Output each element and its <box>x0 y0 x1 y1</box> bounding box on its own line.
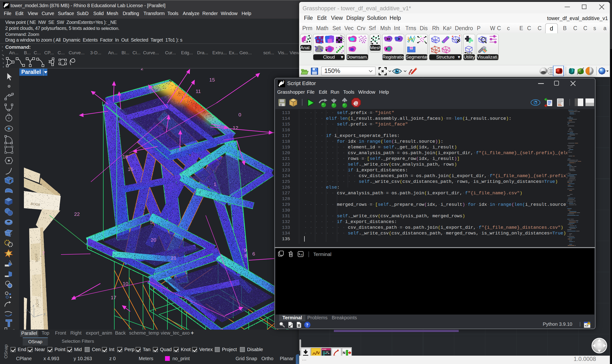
svg-text:<>: <> <box>585 324 588 328</box>
svg-text:21: 21 <box>171 255 176 260</box>
svg-text:Terminal: Terminal <box>313 252 332 257</box>
svg-text:z: z <box>32 303 34 308</box>
svg-text:?: ? <box>306 322 308 327</box>
svg-text:22: 22 <box>74 211 80 217</box>
svg-text:2: 2 <box>141 68 144 71</box>
svg-text:20: 20 <box>151 237 156 243</box>
svg-text:y: y <box>26 308 28 313</box>
svg-text:N: N <box>343 351 345 355</box>
svg-text:8: 8 <box>244 253 247 258</box>
svg-text:18: 18 <box>122 154 128 159</box>
svg-text:8: 8 <box>7 2 9 5</box>
svg-text:x: x <box>43 312 46 316</box>
svg-text:0: 0 <box>239 112 241 117</box>
svg-text:7: 7 <box>42 250 45 256</box>
svg-text:1: 1 <box>213 182 216 187</box>
svg-text:</>: </> <box>467 51 473 54</box>
svg-text:»: » <box>13 328 15 330</box>
svg-text:10: 10 <box>123 281 128 286</box>
svg-text:!: ! <box>588 322 589 325</box>
svg-text:8: 8 <box>283 80 284 83</box>
svg-text:9: 9 <box>244 247 247 253</box>
svg-text:6: 6 <box>252 251 255 257</box>
svg-text:15: 15 <box>209 77 215 82</box>
svg-text:11: 11 <box>196 89 201 94</box>
svg-text:12: 12 <box>233 125 238 130</box>
svg-text:17: 17 <box>111 295 116 300</box>
svg-text:5: 5 <box>150 219 153 225</box>
svg-text:16: 16 <box>128 166 133 172</box>
svg-text:n: n <box>301 253 303 257</box>
